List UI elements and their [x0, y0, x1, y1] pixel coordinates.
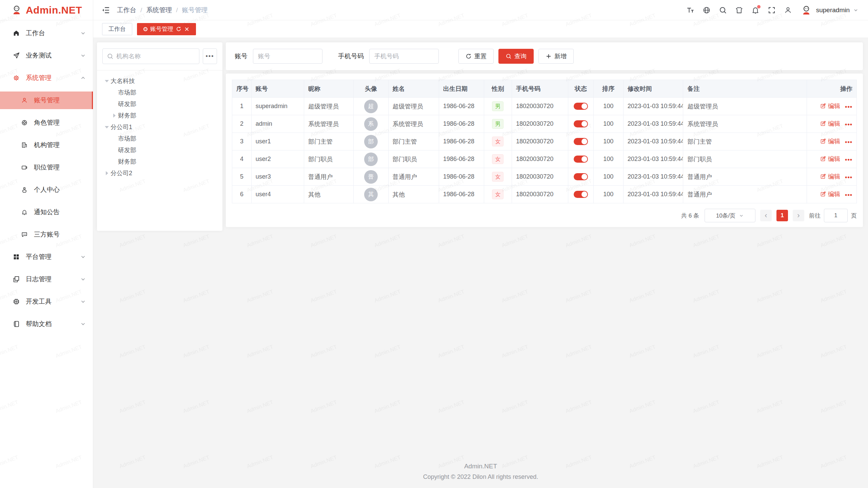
status-toggle[interactable]: [574, 120, 588, 127]
sidebar-subitem[interactable]: 机构管理: [0, 136, 93, 154]
cell-time: 2023-01-03 10:59:44: [623, 115, 683, 133]
cell-name: 普通用户: [388, 168, 439, 186]
page-size-select[interactable]: 10条/页: [705, 209, 755, 222]
search-icon[interactable]: [718, 6, 727, 15]
pagination: 共 6 条 10条/页 ‹ 1 › 前往: [232, 209, 857, 222]
status-toggle[interactable]: [574, 103, 588, 110]
tree-node-label: 研发部: [118, 146, 136, 154]
caret-collapsed-icon[interactable]: [111, 112, 118, 119]
sidebar-subitem-label: 账号管理: [34, 96, 85, 105]
more-actions-button[interactable]: •••: [845, 121, 852, 128]
column-header-status: 状态: [568, 80, 593, 98]
user-menu[interactable]: superadmin: [800, 4, 859, 17]
sidebar-subitem[interactable]: 角色管理: [0, 114, 93, 131]
sidebar-subitem[interactable]: 三方账号: [0, 226, 93, 243]
sidebar-subitem[interactable]: 通知公告: [0, 203, 93, 221]
sidebar-item[interactable]: 工作台: [0, 24, 93, 42]
theme-skin-icon[interactable]: [735, 6, 744, 15]
prev-page-button[interactable]: ‹: [760, 210, 772, 221]
edit-button[interactable]: 编辑: [820, 172, 840, 181]
status-toggle[interactable]: [574, 191, 588, 198]
breadcrumb-item[interactable]: 系统管理: [146, 6, 172, 15]
cell-remark: 系统管理员: [683, 115, 807, 133]
chevron-down-icon: [853, 7, 859, 13]
breadcrumb-item[interactable]: 工作台: [117, 6, 136, 15]
sidebar-item[interactable]: 帮助文档: [0, 315, 93, 333]
font-size-icon[interactable]: [686, 6, 695, 15]
page-number-1[interactable]: 1: [776, 210, 788, 221]
status-toggle[interactable]: [574, 138, 588, 145]
tab-account-management[interactable]: 账号管理: [137, 23, 196, 35]
edit-label: 编辑: [828, 172, 840, 181]
status-toggle[interactable]: [574, 156, 588, 163]
fullscreen-icon[interactable]: [767, 6, 776, 15]
tree-node[interactable]: 研发部: [100, 144, 220, 156]
status-toggle[interactable]: [574, 173, 588, 180]
cell-phone: 18020030720: [512, 150, 568, 168]
more-actions-button[interactable]: •••: [845, 174, 852, 181]
cell-nickname: 超级管理员: [304, 98, 354, 115]
tab-label: 工作台: [108, 25, 126, 33]
edit-button[interactable]: 编辑: [820, 137, 840, 145]
tree-node[interactable]: 分公司1: [100, 121, 220, 133]
tree-node[interactable]: 研发部: [100, 98, 220, 110]
notification-bell-icon[interactable]: [751, 6, 760, 15]
edit-button[interactable]: 编辑: [820, 155, 840, 163]
add-button[interactable]: 新增: [538, 49, 574, 64]
account-input[interactable]: [253, 49, 322, 64]
tree-node[interactable]: 市场部: [100, 87, 220, 98]
next-page-button[interactable]: ›: [793, 210, 804, 221]
tree-node[interactable]: 分公司2: [100, 167, 220, 179]
column-header-index: 序号: [232, 80, 252, 98]
tab-refresh-icon[interactable]: [176, 26, 181, 32]
column-header-phone: 手机号码: [512, 80, 568, 98]
reset-button[interactable]: 重置: [458, 49, 494, 64]
goto-page-input[interactable]: [824, 209, 848, 222]
phone-input[interactable]: [369, 49, 439, 64]
sidebar-subitem[interactable]: 职位管理: [0, 159, 93, 176]
edit-button[interactable]: 编辑: [820, 120, 840, 128]
sidebar-item[interactable]: 开发工具: [0, 293, 93, 310]
query-button[interactable]: 查询: [498, 49, 534, 64]
edit-button[interactable]: 编辑: [820, 102, 840, 110]
tree-node-label: 研发部: [118, 100, 136, 108]
cell-sort: 100: [593, 168, 623, 186]
chevron-down-icon: [80, 276, 86, 282]
cell-remark: 部门主管: [683, 133, 807, 150]
cell-account: user1: [251, 133, 304, 150]
caret-expanded-icon[interactable]: [103, 77, 111, 85]
cell-index: 4: [232, 150, 252, 168]
more-actions-button[interactable]: •••: [845, 156, 852, 163]
caret-expanded-icon[interactable]: [103, 123, 111, 131]
tree-node[interactable]: 市场部: [100, 133, 220, 144]
edit-button[interactable]: 编辑: [820, 190, 840, 198]
sidebar-item[interactable]: 平台管理: [0, 248, 93, 266]
tree-node[interactable]: 财务部: [100, 156, 220, 167]
org-more-button[interactable]: •••: [203, 48, 217, 64]
cell-name: 部门职员: [388, 150, 439, 168]
brand-logo[interactable]: Admin.NET: [0, 0, 93, 20]
more-actions-button[interactable]: •••: [845, 103, 852, 110]
tree-node[interactable]: 财务部: [100, 110, 220, 121]
tab-close-icon[interactable]: [184, 26, 190, 32]
sidebar-subitem[interactable]: 账号管理: [0, 92, 93, 109]
tab-workbench[interactable]: 工作台: [102, 23, 132, 35]
profile-icon[interactable]: [784, 6, 792, 15]
filter-bar: 账号 手机号码 重置: [226, 42, 863, 70]
tree-node[interactable]: 大名科技: [100, 75, 220, 87]
column-header-birth: 出生日期: [439, 80, 484, 98]
sidebar-item[interactable]: 系统管理: [0, 69, 93, 87]
sidebar-fold-icon[interactable]: [101, 5, 111, 15]
caret-collapsed-icon[interactable]: [103, 169, 111, 177]
sidebar-item[interactable]: 业务测试: [0, 47, 93, 64]
more-actions-button[interactable]: •••: [845, 191, 852, 199]
org-search-input[interactable]: [116, 53, 195, 60]
column-header-name: 姓名: [388, 80, 439, 98]
chevron-down-icon: [739, 213, 744, 218]
sidebar-item[interactable]: 日志管理: [0, 270, 93, 288]
sidebar-subitem[interactable]: 个人中心: [0, 181, 93, 199]
edit-label: 编辑: [828, 120, 840, 128]
home-icon: [12, 29, 20, 37]
language-icon[interactable]: [702, 6, 711, 15]
more-actions-button[interactable]: •••: [845, 139, 852, 146]
